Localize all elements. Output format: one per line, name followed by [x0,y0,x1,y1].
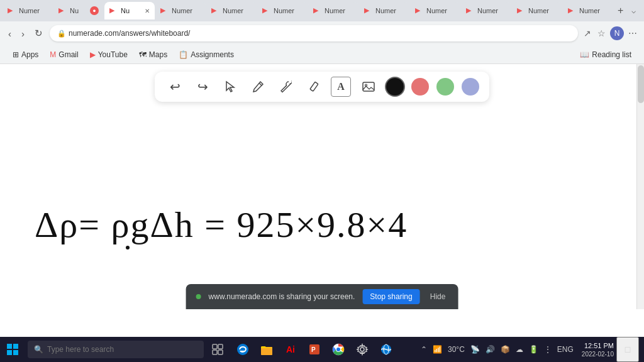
tab-5[interactable]: ▶ Numer [206,2,257,19]
show-desktop-button[interactable]: □ [616,337,639,362]
whiteboard[interactable]: ↩ ↪ A [0,64,644,309]
tab-7[interactable]: ▶ Numer [308,2,358,19]
svg-rect-11 [218,344,223,349]
bookmark-youtube-label: YouTube [98,50,128,59]
tray-network[interactable]: 📶 [431,344,444,355]
hide-button[interactable]: Hide [428,290,448,304]
settings-icon-tb[interactable] [351,337,374,362]
taskbar: 🔍 Ai [0,337,644,362]
address-bar[interactable]: 🔒 [50,25,578,41]
color-red[interactable] [411,78,429,96]
tray-more[interactable]: ⋮ [542,344,553,355]
adobe-icon-tb[interactable]: Ai [279,337,302,362]
assignments-icon: 📋 [179,50,188,59]
tab-9[interactable]: ▶ Numer [410,2,460,19]
select-tool[interactable] [220,77,240,97]
tab-1[interactable]: ▶ Numer [3,2,53,19]
lock-icon: 🔒 [57,30,66,38]
svg-rect-6 [7,344,12,349]
tray-lang: ENG [555,344,575,355]
svg-point-14 [237,344,248,355]
tray-chevron[interactable]: ⌃ [419,344,429,355]
tray-battery[interactable]: 🔋 [527,344,540,355]
tab-list-button[interactable]: ⌵ [628,5,640,16]
tab-8[interactable]: ▶ Numer [359,2,409,19]
tab-12-label: Numer [579,7,608,14]
edge-icon-tb[interactable] [231,337,254,362]
tab-5-icon: ▶ [211,6,220,15]
tools-button[interactable] [275,77,296,97]
clock-display[interactable]: 12:51 PM 2022-02-10 [582,341,614,358]
tab-11[interactable]: ▶ Numer [512,2,562,19]
start-button[interactable] [0,337,25,362]
browser-chrome: ▶ Numer ▶ Nu ● ▶ Nu ✕ ▶ Numer ▶ Numer ▶ … [0,0,644,64]
bookmark-button[interactable]: ☆ [596,26,608,40]
share-page-button[interactable]: ↗ [582,26,593,40]
sharing-dot [196,294,201,299]
forward-button[interactable]: › [18,26,28,41]
refresh-button[interactable]: ↻ [31,26,46,41]
reading-list-icon: 📖 [580,50,589,59]
svg-rect-13 [218,350,223,354]
bookmark-youtube[interactable]: ▶ YouTube [85,48,133,61]
tab-5-label: Numer [223,7,252,14]
tray-onedrive[interactable]: ☁ [514,344,525,355]
svg-rect-12 [213,350,217,354]
pen-tool[interactable] [248,77,268,97]
tray-dropbox[interactable]: 📦 [499,344,512,355]
bookmark-apps[interactable]: ⊞ Apps [8,48,43,61]
tab-3-active[interactable]: ▶ Nu ✕ [104,2,155,19]
bookmark-gmail[interactable]: M Gmail [45,48,83,61]
bookmark-assignments[interactable]: 📋 Assignments [174,48,239,61]
extensions-button[interactable]: ⋯ [626,26,639,40]
scrollbar[interactable] [636,64,644,309]
redo-button[interactable]: ↪ [192,77,213,97]
tab-2[interactable]: ▶ Nu ● [53,2,104,19]
edge-logo-icon [236,343,249,356]
stop-sharing-button[interactable]: Stop sharing [362,289,419,304]
tab-10[interactable]: ▶ Numer [461,2,511,19]
windows-logo-icon [6,343,19,356]
svg-rect-10 [213,344,217,349]
search-bar[interactable]: 🔍 [28,341,204,358]
highlighter-tool[interactable] [303,77,323,97]
svg-point-5 [126,246,130,250]
bookmark-maps[interactable]: 🗺 Maps [134,48,172,61]
file-explorer-icon-tb[interactable] [255,337,278,362]
wrench-icon [279,80,292,93]
svg-text:Δρ= ρgΔh = 925×9.8×4: Δρ= ρgΔh = 925×9.8×4 [35,204,408,245]
tab-4[interactable]: ▶ Numer [155,2,206,19]
text-tool[interactable]: A [331,77,351,97]
scrollbar-thumb[interactable] [638,65,644,103]
reading-list-button[interactable]: 📖 Reading list [575,48,636,61]
url-input[interactable] [69,29,570,38]
tab-6[interactable]: ▶ Numer [257,2,308,19]
back-button[interactable]: ‹ [5,26,14,41]
color-purple[interactable] [462,78,479,96]
tab-8-label: Numer [375,7,404,14]
address-bar-row: ‹ › ↻ 🔒 ↗ ☆ N ⋯ [0,21,644,45]
task-view-button[interactable] [206,337,229,362]
bookmark-gmail-label: Gmail [58,50,78,59]
bookmark-apps-label: Apps [21,50,38,59]
image-tool[interactable] [358,77,379,97]
profile-button[interactable]: N [610,26,624,40]
search-icon: 🔍 [34,345,43,354]
youtube-icon: ▶ [90,50,96,59]
powerpoint-icon-tb[interactable]: P [303,337,326,362]
globe-icon-tb[interactable] [375,337,397,362]
color-green[interactable] [436,78,454,96]
highlighter-icon [307,80,319,93]
chrome-icon-tb[interactable] [327,337,350,362]
tray-volume[interactable]: 🔊 [484,344,497,355]
tray-wifi[interactable]: 📡 [469,344,482,355]
color-black[interactable] [386,78,404,96]
search-input[interactable] [47,345,197,354]
new-tab-button[interactable]: + [614,5,627,16]
bookmark-maps-label: Maps [149,50,167,59]
undo-button[interactable]: ↩ [165,77,185,97]
tab-3-close[interactable]: ✕ [145,8,150,14]
toolbar: ↩ ↪ A [155,72,489,102]
chrome-logo-icon [332,343,345,356]
tab-12[interactable]: ▶ Numer [563,2,613,19]
